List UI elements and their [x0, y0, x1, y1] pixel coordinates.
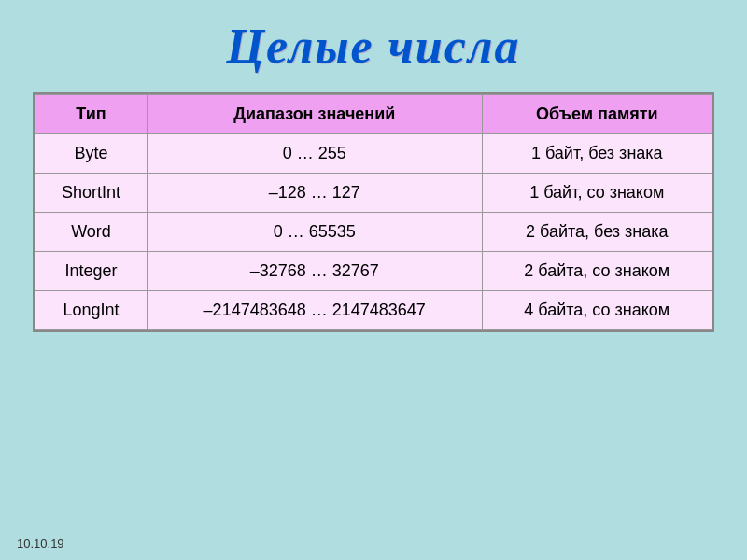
cell-range: 0 … 255	[147, 134, 482, 174]
table-row: Byte0 … 2551 байт, без знака	[35, 134, 712, 174]
cell-memory: 2 байта, со знаком	[482, 252, 712, 291]
cell-memory: 2 байта, без знака	[482, 213, 712, 252]
cell-range: –2147483648 … 2147483647	[147, 291, 482, 330]
data-table-wrapper: Тип Диапазон значений Объем памяти Byte0…	[33, 92, 714, 332]
cell-memory: 1 байт, без знака	[482, 134, 712, 174]
cell-range: 0 … 65535	[147, 213, 482, 252]
data-table: Тип Диапазон значений Объем памяти Byte0…	[35, 94, 712, 330]
page-container: Целые числа Тип Диапазон значений Объем …	[0, 0, 747, 560]
col-header-memory: Объем памяти	[482, 95, 712, 134]
cell-memory: 1 байт, со знаком	[482, 174, 712, 213]
cell-type: Integer	[35, 252, 148, 291]
table-row: Integer–32768 … 327672 байта, со знаком	[35, 252, 712, 291]
cell-range: –128 … 127	[147, 174, 482, 213]
cell-type: Byte	[35, 134, 148, 174]
table-row: LongInt–2147483648 … 21474836474 байта, …	[35, 291, 712, 330]
table-row: ShortInt–128 … 1271 байт, со знаком	[35, 174, 712, 213]
cell-type: LongInt	[35, 291, 148, 330]
cell-range: –32768 … 32767	[147, 252, 482, 291]
table-row: Word0 … 655352 байта, без знака	[35, 213, 712, 252]
cell-memory: 4 байта, со знаком	[482, 291, 712, 330]
col-header-type: Тип	[35, 95, 148, 134]
footer-date: 10.10.19	[17, 537, 64, 551]
cell-type: Word	[35, 213, 148, 252]
cell-type: ShortInt	[35, 174, 148, 213]
table-header-row: Тип Диапазон значений Объем памяти	[35, 95, 712, 134]
col-header-range: Диапазон значений	[147, 95, 482, 134]
page-title: Целые числа	[226, 19, 520, 74]
